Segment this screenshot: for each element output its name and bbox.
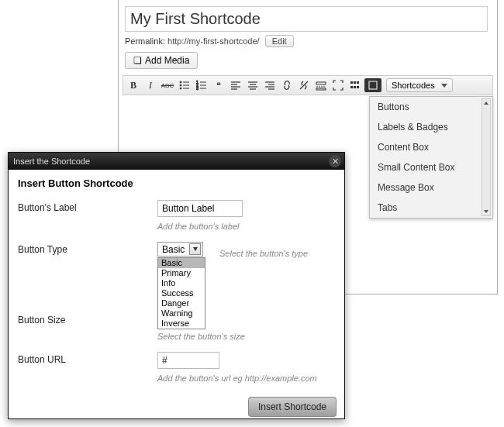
align-right-button[interactable] [262,78,278,92]
button-url-input[interactable] [157,352,219,369]
align-left-button[interactable] [228,78,243,92]
modal-heading: Insert Button Shortcode [18,177,335,189]
shortcodes-menu-item[interactable]: Content Box [370,137,492,157]
button-type-value: Basic [162,244,185,255]
scroll-up-icon[interactable] [482,99,490,107]
chevron-down-icon [189,243,201,255]
label-button-type: Button Type [18,242,157,255]
button-type-options: Basic Primary Info Success Danger Warnin… [157,257,205,329]
numbered-list-button[interactable]: 123 [194,78,209,92]
edit-permalink-button[interactable]: Edit [265,35,294,47]
label-button-label: Button's Label [18,200,157,213]
italic-button[interactable]: I [143,78,158,92]
svg-line-24 [300,81,308,89]
svg-rect-34 [369,81,377,89]
align-center-button[interactable] [245,78,261,92]
close-button[interactable]: ✕ [329,155,341,167]
permalink-slug[interactable]: my-first-shortcode/ [189,36,260,46]
hint-button-label: Add the button's label [157,222,335,231]
field-button-label: Button's Label [18,200,335,217]
svg-rect-29 [354,81,356,84]
svg-point-0 [180,81,181,83]
modal-body: Insert Button Shortcode Button's Label A… [9,170,344,418]
svg-rect-30 [357,81,359,84]
svg-rect-33 [357,86,359,88]
svg-point-2 [180,84,181,86]
shortcodes-menu-item[interactable]: Message Box [370,177,492,198]
post-title-input[interactable] [125,6,488,32]
link-button[interactable] [279,78,295,92]
label-button-url: Button URL [18,352,157,365]
shortcodes-menu-item[interactable]: Tabs [370,198,492,218]
hint-button-size: Select the button's size [157,332,335,341]
permalink-prefix: http:// [167,36,189,46]
type-option[interactable]: Success [158,288,205,298]
type-option[interactable]: Inverse [158,319,205,329]
svg-rect-27 [316,88,326,90]
field-button-type: Button Type Basic Basic Primary Info Suc… [18,242,335,257]
type-option[interactable]: Danger [158,298,205,308]
chevron-down-icon [441,84,447,88]
bold-button[interactable]: B [126,78,141,92]
hint-button-url: Add the button's url eg http://example.c… [157,374,335,383]
plugin-button[interactable] [364,78,381,92]
permalink-row: Permalink: http://my-first-shortcode/ Ed… [125,35,491,47]
svg-rect-32 [354,86,356,88]
menu-scrollbar[interactable] [482,98,491,216]
svg-rect-28 [350,81,353,84]
svg-rect-31 [350,86,353,88]
svg-point-4 [180,88,181,89]
unlink-button[interactable] [296,78,312,92]
button-type-select[interactable]: Basic [157,242,203,257]
shortcodes-menu-item[interactable]: Buttons [370,97,492,117]
type-option[interactable]: Info [158,278,205,288]
scroll-down-icon[interactable] [482,208,490,215]
modal-title: Insert the Shortcode [13,157,90,166]
label-button-size: Button Size [18,312,157,325]
shortcodes-menu: Buttons Labels & Badges Content Box Smal… [369,96,493,219]
shortcodes-menu-item[interactable]: Small Content Box [370,157,492,177]
modal-footer: Insert Shortcode [248,401,337,412]
svg-text:3: 3 [196,86,198,91]
close-icon: ✕ [332,157,339,167]
insert-shortcode-button[interactable]: Insert Shortcode [248,397,337,417]
fullscreen-button[interactable] [330,78,346,92]
shortcodes-dropdown-label: Shortcodes [392,81,435,90]
media-icon: ❏ [133,55,142,66]
type-option[interactable]: Basic [158,258,205,268]
permalink-label: Permalink: [125,36,165,46]
type-option[interactable]: Primary [158,268,205,278]
shortcode-modal: Insert the Shortcode ✕ Insert Button Sho… [8,152,345,419]
field-button-url: Button URL [18,352,335,369]
type-option[interactable]: Warning [158,308,205,319]
bullet-list-button[interactable] [177,78,192,92]
blockquote-button[interactable]: ❝ [211,78,226,92]
strikethrough-button[interactable]: ABC [160,78,175,92]
kitchen-sink-button[interactable] [347,78,363,92]
svg-rect-25 [316,82,326,84]
more-button[interactable] [313,78,329,92]
shortcodes-menu-item[interactable]: Labels & Badges [370,117,492,137]
modal-titlebar: Insert the Shortcode ✕ [9,153,344,170]
add-media-label: Add Media [145,55,189,66]
add-media-button[interactable]: ❏Add Media [125,52,198,69]
shortcodes-dropdown-button[interactable]: Shortcodes [386,78,453,92]
editor-toolbar: B I ABC 123 ❝ [123,75,493,95]
button-label-input[interactable] [157,200,243,217]
